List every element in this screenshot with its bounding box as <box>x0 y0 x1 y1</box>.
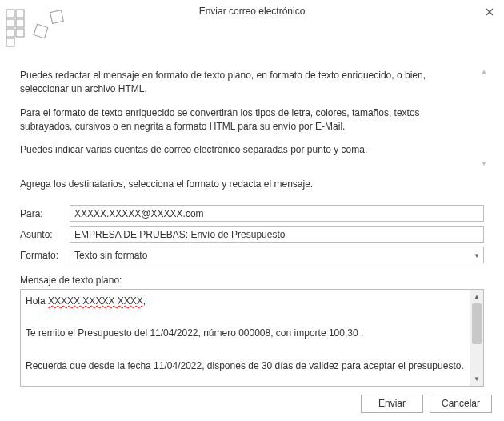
msg-greeting-name: XXXXX XXXXX XXXX <box>48 295 143 307</box>
msg-line-2: Te remito el Presupuesto del 11/04/2022,… <box>26 327 363 339</box>
row-to: Para: <box>20 204 484 223</box>
scroll-up-icon[interactable]: ▲ <box>481 69 487 75</box>
row-subject: Asunto: <box>20 225 484 244</box>
row-format: Formato: ▼ <box>20 246 484 265</box>
info-text-block: Puedes redactar el mensaje en formato de… <box>20 69 484 167</box>
scrollbar-track[interactable] <box>470 303 483 372</box>
close-icon <box>486 8 494 16</box>
svg-rect-0 <box>6 10 14 18</box>
message-area: Hola XXXXX XXXXX XXXX, Te remito el Pres… <box>20 289 484 387</box>
cancel-button[interactable]: Cancelar <box>430 395 492 413</box>
message-textarea[interactable]: Hola XXXXX XXXXX XXXX, Te remito el Pres… <box>21 290 470 386</box>
to-input[interactable] <box>70 205 484 222</box>
form-fields: Para: Asunto: Formato: ▼ <box>20 204 484 265</box>
scroll-down-icon[interactable]: ▼ <box>481 161 487 167</box>
msg-greeting-suffix: , <box>143 295 146 307</box>
info-paragraph-1: Puedes redactar el mensaje en formato de… <box>20 69 468 97</box>
msg-line-3: Recuerda que desde la fecha 11/04/2022, … <box>26 360 464 371</box>
window-title: Enviar correo electrónico <box>199 6 306 17</box>
dialog-footer: Enviar Cancelar <box>0 387 504 421</box>
scrollbar-up-button[interactable]: ▲ <box>470 290 483 303</box>
info-scrollbar: ▲ ▼ <box>478 69 490 167</box>
subject-input[interactable] <box>70 226 484 243</box>
close-button[interactable] <box>480 4 499 20</box>
instruction-text: Agrega los destinatarios, selecciona el … <box>20 178 484 190</box>
info-paragraph-3: Puedes indicar varias cuentas de correo … <box>20 143 468 157</box>
svg-rect-1 <box>16 10 24 18</box>
email-dialog: Enviar correo electrónico Puedes redacta… <box>0 0 504 421</box>
format-select-wrap: ▼ <box>70 247 484 263</box>
message-scrollbar: ▲ ▼ <box>470 290 483 386</box>
to-label: Para: <box>20 208 70 219</box>
info-paragraph-2: Para el formato de texto enriquecido se … <box>20 106 468 134</box>
dialog-content: Puedes redactar el mensaje en formato de… <box>0 22 504 387</box>
scrollbar-down-button[interactable]: ▼ <box>470 372 483 386</box>
send-button[interactable]: Enviar <box>361 395 423 413</box>
titlebar: Enviar correo electrónico <box>0 0 504 22</box>
msg-greeting-prefix: Hola <box>26 295 48 307</box>
subject-label: Asunto: <box>20 229 70 240</box>
format-label: Formato: <box>20 250 70 261</box>
message-label: Mensaje de texto plano: <box>20 275 484 286</box>
scrollbar-thumb[interactable] <box>472 303 482 345</box>
format-select[interactable] <box>70 247 484 263</box>
